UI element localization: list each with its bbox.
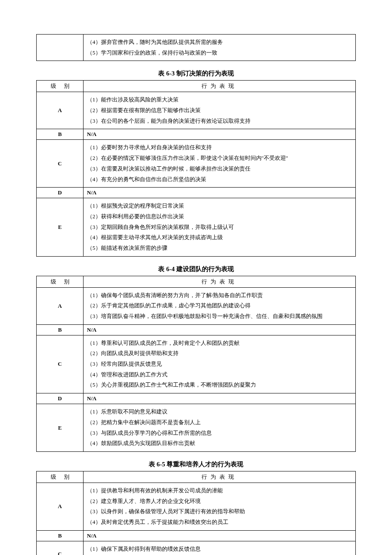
level-cell: A — [37, 483, 84, 530]
table-row: A （1）能作出涉及较高风险的重大决策 （2）根据需要在很有限的信息下能够作出决… — [37, 92, 356, 129]
header-behavior: 行为表现 — [84, 276, 356, 287]
table-row: A （1）确保每个团队成员有清晰的努力方向，并了解/熟知各自的工作职责 （2）乐… — [37, 287, 356, 324]
behavior-item: （3）与团队成员分享学习的心得和工作所需的信息 — [87, 428, 352, 439]
level-cell: A — [37, 92, 84, 129]
behavior-cell: （1）提供教导和利用有效的机制来开发公司成员的潜能 （2）建立尊重人才、培养人才… — [84, 483, 356, 530]
behavior-item: （3）培育团队奋斗精神，在团队中积极地鼓励和引导一种充满合作、信任、自豪和归属感… — [87, 311, 352, 322]
level-cell: C — [37, 140, 84, 188]
behavior-item: （5）关心并重视团队的工作士气和工作成果，不断增强团队的凝聚力 — [87, 380, 352, 390]
table-row: C （1）必要时努力寻求他人对自身决策的信任和支持 （2）在必要的情况下能够顶住… — [37, 140, 356, 188]
table-row: C （1）确保下属及时得到有帮助的绩效反馈信息 （2）指导员工如何处理挑战性的工… — [37, 541, 356, 555]
behavior-cell: （1）确保每个团队成员有清晰的努力方向，并了解/熟知各自的工作职责 （2）乐于肯… — [84, 287, 356, 324]
table-6-5: 级别 行为表现 A （1）提供教导和利用有效的机制来开发公司成员的潜能 （2）建… — [36, 471, 356, 555]
behavior-item: （2）乐于肯定其他团队的工作成果，虚心学习其他团队的建设心得 — [87, 301, 352, 311]
table-row: D N/A — [37, 393, 356, 404]
table-header-row: 级别 行为表现 — [37, 81, 356, 92]
behavior-item: （5）学习国家和行业的政策，保持行动与政策的一致 — [87, 48, 352, 58]
header-behavior: 行为表现 — [84, 471, 356, 483]
behavior-cell: （1）乐意听取不同的意见和建议 （2）把精力集中在解决问题而不是责备别人上 （3… — [84, 404, 356, 452]
table-6-2-fragment: （4）摒弃官僚作风，随时为其他团队提供其所需的服务 （5）学习国家和行业的政策，… — [36, 34, 356, 61]
header-behavior: 行为表现 — [84, 81, 356, 92]
behavior-cell: （4）摒弃官僚作风，随时为其他团队提供其所需的服务 （5）学习国家和行业的政策，… — [84, 35, 356, 61]
na-cell: N/A — [84, 188, 356, 198]
behavior-item: （5）能描述有效决策所需的步骤 — [87, 243, 352, 254]
behavior-item: （1）尊重和认可团队成员的工作，及时肯定个人和团队的贡献 — [87, 338, 352, 349]
header-level: 级别 — [37, 276, 84, 287]
table-row: B N/A — [37, 129, 356, 140]
header-level: 级别 — [37, 81, 84, 92]
behavior-item: （2）向团队成员及时提供帮助和支持 — [87, 348, 352, 359]
behavior-cell: （1）能作出涉及较高风险的重大决策 （2）根据需要在很有限的信息下能够作出决策 … — [84, 92, 356, 129]
level-cell: C — [37, 541, 84, 555]
level-cell: E — [37, 404, 84, 452]
table-row: C （1）尊重和认可团队成员的工作，及时肯定个人和团队的贡献 （2）向团队成员及… — [37, 335, 356, 393]
na-cell: N/A — [84, 393, 356, 404]
behavior-item: （2）把精力集中在解决问题而不是责备别人上 — [87, 417, 352, 428]
behavior-item: （4）鼓励团队成员为实现团队目标作出贡献 — [87, 438, 352, 449]
behavior-item: （3）经常向团队提供反馈意见 — [87, 359, 352, 370]
behavior-item: （2）在必要的情况下能够顶住压力作出决策，即使这个决策在短时间内"不受欢迎" — [87, 153, 352, 164]
behavior-item: （4）根据需要主动寻求其他人对决策的支持或咨询上级 — [87, 232, 352, 243]
table-row: E （1）根据预先设定的程序制定日常决策 （2）获得和利用必要的信息以作出决策 … — [37, 198, 356, 256]
level-cell: A — [37, 287, 84, 324]
level-cell: B — [37, 324, 84, 335]
behavior-item: （4）有充分的勇气和自信作出自己所坚信的决策 — [87, 174, 352, 185]
table-row: B N/A — [37, 530, 356, 541]
behavior-cell: （1）尊重和认可团队成员的工作，及时肯定个人和团队的贡献 （2）向团队成员及时提… — [84, 335, 356, 393]
level-cell: E — [37, 198, 84, 256]
behavior-item: （3）在需要及时决策以推动工作的时候，能够承担作出决策的责任 — [87, 164, 352, 174]
table-6-5-title: 表 6-5 尊重和培养人才的行为表现 — [36, 460, 356, 468]
level-cell-empty — [37, 35, 84, 61]
behavior-item: （3）在公司的各个层面，能为自身的决策进行有效论证以取得支持 — [87, 116, 352, 127]
table-row: D N/A — [37, 188, 356, 198]
behavior-item: （2）根据需要在很有限的信息下能够作出决策 — [87, 105, 352, 116]
behavior-item: （1）提供教导和利用有效的机制来开发公司成员的潜能 — [87, 486, 352, 496]
table-row: B N/A — [37, 324, 356, 335]
behavior-cell: （1）必要时努力寻求他人对自身决策的信任和支持 （2）在必要的情况下能够顶住压力… — [84, 140, 356, 188]
behavior-item: （1）确保下属及时得到有帮助的绩效反馈信息 — [87, 544, 352, 555]
na-cell: N/A — [84, 530, 356, 541]
table-row: （4）摒弃官僚作风，随时为其他团队提供其所需的服务 （5）学习国家和行业的政策，… — [37, 35, 356, 61]
level-cell: C — [37, 335, 84, 393]
table-6-4-title: 表 6-4 建设团队的行为表现 — [36, 265, 356, 273]
behavior-item: （1）乐意听取不同的意见和建议 — [87, 407, 352, 417]
behavior-item: （1）根据预先设定的程序制定日常决策 — [87, 201, 352, 211]
behavior-item: （3）定期回顾自身角色所对应的决策权限，并取得上级认可 — [87, 222, 352, 233]
behavior-item: （1）能作出涉及较高风险的重大决策 — [87, 95, 352, 105]
behavior-item: （2）建立尊重人才、培养人才的企业文化环境 — [87, 496, 352, 507]
behavior-cell: （1）确保下属及时得到有帮助的绩效反馈信息 （2）指导员工如何处理挑战性的工作，… — [84, 541, 356, 555]
behavior-item: （4）管理和改进团队的工作方式 — [87, 370, 352, 380]
level-cell: B — [37, 129, 84, 140]
table-header-row: 级别 行为表现 — [37, 471, 356, 483]
level-cell: D — [37, 188, 84, 198]
table-row: A （1）提供教导和利用有效的机制来开发公司成员的潜能 （2）建立尊重人才、培养… — [37, 483, 356, 530]
level-cell: D — [37, 393, 84, 404]
behavior-cell: （1）根据预先设定的程序制定日常决策 （2）获得和利用必要的信息以作出决策 （3… — [84, 198, 356, 256]
level-cell: B — [37, 530, 84, 541]
na-cell: N/A — [84, 324, 356, 335]
header-level: 级别 — [37, 471, 84, 483]
table-6-3: 级别 行为表现 A （1）能作出涉及较高风险的重大决策 （2）根据需要在很有限的… — [36, 80, 356, 256]
behavior-item: （4）及时肯定优秀员工，乐于提拔能力和绩效突出的员工 — [87, 517, 352, 528]
table-row: E （1）乐意听取不同的意见和建议 （2）把精力集中在解决问题而不是责备别人上 … — [37, 404, 356, 452]
behavior-item: （4）摒弃官僚作风，随时为其他团队提供其所需的服务 — [87, 37, 352, 48]
na-cell: N/A — [84, 129, 356, 140]
behavior-item: （3）以身作则，确保各级管理人员对下属进行有效的指导和帮助 — [87, 506, 352, 517]
behavior-item: （1）确保每个团队成员有清晰的努力方向，并了解/熟知各自的工作职责 — [87, 290, 352, 301]
table-header-row: 级别 行为表现 — [37, 276, 356, 287]
behavior-item: （1）必要时努力寻求他人对自身决策的信任和支持 — [87, 142, 352, 153]
table-6-4: 级别 行为表现 A （1）确保每个团队成员有清晰的努力方向，并了解/熟知各自的工… — [36, 276, 356, 452]
table-6-3-title: 表 6-3 制订决策的行为表现 — [36, 69, 356, 78]
behavior-item: （2）获得和利用必要的信息以作出决策 — [87, 211, 352, 222]
